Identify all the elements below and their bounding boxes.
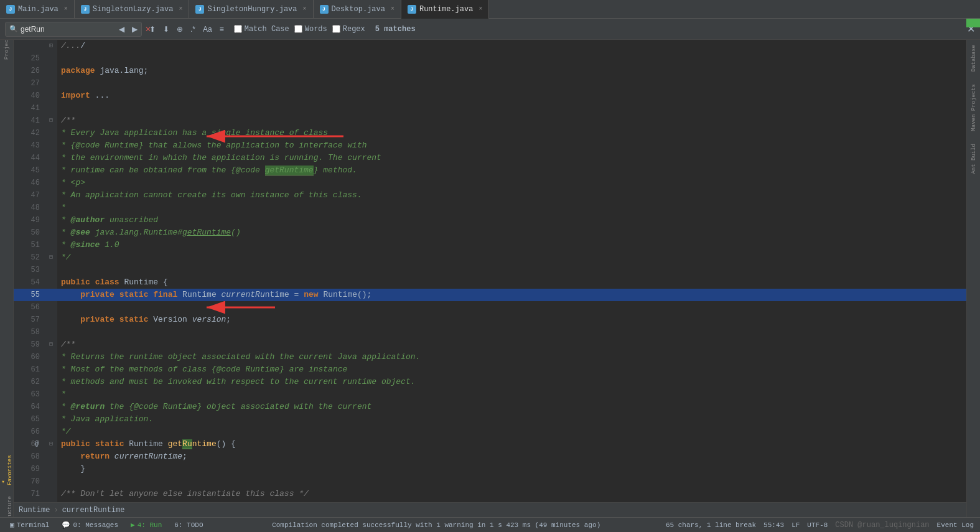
table-row: 63 * — [14, 388, 966, 401]
line-num: 60 — [14, 351, 45, 363]
words-option[interactable]: Words — [294, 25, 327, 34]
table-row: 48 * — [14, 202, 966, 214]
tab-singleton-hungry[interactable]: J SingletonHungry.java × — [189, 0, 313, 19]
tab-singleton-hungry-close[interactable]: × — [303, 6, 307, 12]
search-option-btn-2[interactable]: ⬇ — [161, 24, 172, 35]
table-row: 65 * Java application. — [14, 413, 966, 426]
breadcrumb-file: Runtime — [19, 506, 50, 515]
code-line: * <p> — [57, 177, 966, 189]
search-input-wrapper: 🔍 ◀ ▶ ✕ — [5, 22, 142, 37]
code-line: /** — [57, 338, 966, 351]
line-num: 45 — [14, 164, 45, 177]
gutter — [45, 488, 57, 500]
tab-runtime-close[interactable]: × — [478, 6, 482, 12]
line-num: 54 — [14, 276, 45, 289]
code-line: * An application cannot create its own i… — [57, 189, 966, 202]
gutter: ⊟ — [45, 338, 57, 351]
line-num: 27 — [14, 77, 45, 90]
code-line: /.../ — [57, 40, 966, 52]
table-row: 66 */ — [14, 426, 966, 438]
left-sidebar: Project ★ Favorites Z: Structure — [0, 40, 14, 517]
line-num: 43 — [14, 139, 45, 152]
status-right: 65 chars, 1 line break 55:43 LF UTF-8 CS… — [666, 521, 974, 530]
tab-singleton-hungry-label: SingletonHungry.java — [207, 5, 297, 14]
search-option-btn-1[interactable]: ⬆ — [147, 24, 158, 35]
line-num: 70 — [14, 475, 45, 488]
search-find-word-button[interactable]: ⊕ — [174, 24, 185, 35]
tab-desktop-close[interactable]: × — [391, 6, 394, 12]
code-line — [57, 77, 966, 90]
code-line: public class Runtime { — [57, 276, 966, 289]
tab-desktop[interactable]: J Desktop.java × — [314, 0, 401, 19]
code-container[interactable]: ⊞ /.../ 25 26 package java.lang; — [14, 40, 966, 502]
line-num: 63 — [14, 388, 45, 401]
code-line: * Java application. — [57, 413, 966, 426]
event-log[interactable]: Event Log — [937, 521, 974, 529]
tab-singleton-lazy[interactable]: J SingletonLazy.java × — [75, 0, 190, 19]
todo-button[interactable]: 6: TODO — [170, 520, 207, 530]
line-num — [14, 40, 45, 52]
table-row: 27 — [14, 77, 966, 90]
line-num: 50 — [14, 226, 45, 239]
code-line: * @since 1.0 — [57, 239, 966, 251]
search-regex-button[interactable]: .* — [188, 24, 198, 35]
table-row: 70 — [14, 475, 966, 488]
messages-button[interactable]: 💬 0: Messages — [58, 520, 122, 530]
gutter — [45, 102, 57, 114]
search-next-button[interactable]: ▶ — [129, 24, 140, 35]
regex-option[interactable]: Regex — [332, 25, 365, 34]
tab-runtime[interactable]: J Runtime.java × — [401, 0, 489, 19]
tab-runtime-label: Runtime.java — [419, 5, 473, 14]
tab-main-close[interactable]: × — [64, 6, 68, 12]
table-row: 57 private static Version version; — [14, 314, 966, 326]
messages-label: 0: Messages — [73, 521, 118, 529]
terminal-button[interactable]: ▣ Terminal — [6, 520, 53, 530]
gutter — [45, 314, 57, 326]
code-line — [57, 301, 966, 314]
gutter — [45, 264, 57, 276]
line-num: 69 — [14, 463, 45, 475]
code-line: import ... — [57, 90, 966, 102]
code-line: * @see java.lang.Runtime#getRuntime() — [57, 226, 966, 239]
sidebar-structure-icon[interactable]: Z: Structure — [1, 506, 12, 517]
search-prev-button[interactable]: ◀ — [116, 24, 127, 35]
status-bar: ▣ Terminal 💬 0: Messages ▶ 4: Run 6: TOD… — [0, 517, 980, 532]
match-case-option[interactable]: Match Case — [234, 25, 289, 34]
run-button[interactable]: ▶ 4: Run — [127, 520, 166, 530]
tab-main[interactable]: J Main.java × — [0, 0, 75, 19]
search-options: Match Case Words Regex 5 matches — [234, 25, 416, 34]
code-line: * runtime can be obtained from the {@cod… — [57, 164, 966, 177]
maven-panel[interactable]: Maven Projects — [971, 79, 977, 136]
sidebar-favorites-icon[interactable]: ★ Favorites — [1, 465, 12, 476]
gutter — [45, 426, 57, 438]
desktop-file-icon: J — [320, 5, 329, 14]
search-filter-btn[interactable]: ≡ — [217, 24, 226, 35]
ant-build-panel[interactable]: Ant Build — [971, 139, 977, 179]
editor-area: ⊞ /.../ 25 26 package java.lang; — [14, 40, 966, 517]
cursor-position: 55:43 — [763, 521, 784, 529]
line-num: 71 — [14, 488, 45, 500]
gutter — [45, 189, 57, 202]
line-num: 58 — [14, 326, 45, 338]
line-num: 40 — [14, 90, 45, 102]
search-case-btn[interactable]: Aa — [200, 24, 215, 35]
match-case-checkbox[interactable] — [234, 25, 242, 33]
code-line: * Returns the runtime object associated … — [57, 351, 966, 363]
table-row: 53 — [14, 264, 966, 276]
regex-label: Regex — [343, 25, 365, 34]
main-area: Project ★ Favorites Z: Structure ⊞ /.../… — [0, 40, 980, 517]
main-file-icon: J — [6, 5, 15, 14]
line-num: 55 — [14, 289, 45, 301]
sidebar-project-icon[interactable]: Project — [1, 42, 12, 54]
search-input[interactable] — [21, 25, 114, 34]
gutter — [45, 376, 57, 388]
tab-singleton-lazy-close[interactable]: × — [179, 6, 182, 12]
line-num: 42 — [14, 127, 45, 139]
code-line: * {@code Runtime} that allows the applic… — [57, 139, 966, 152]
code-line: * @return the {@code Runtime} object ass… — [57, 401, 966, 413]
database-panel[interactable]: Database — [971, 40, 977, 77]
regex-checkbox[interactable] — [332, 25, 340, 33]
words-checkbox[interactable] — [294, 25, 302, 33]
line-num: 56 — [14, 301, 45, 314]
table-row: 56 — [14, 301, 966, 314]
